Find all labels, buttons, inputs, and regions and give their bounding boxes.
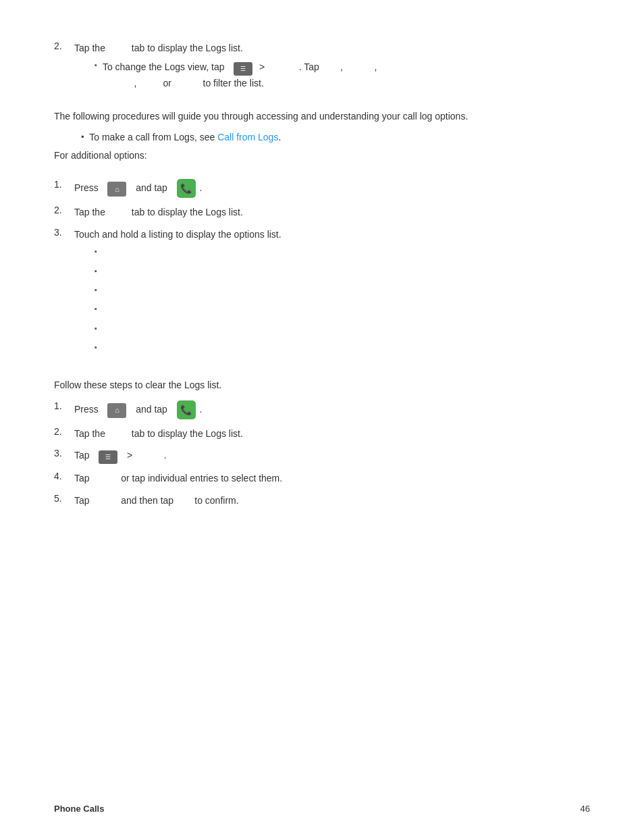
additional-options-list: 1. Press ⌂ and tap 📞 . 2. Tap the	[54, 179, 590, 361]
step-2-top: 2. Tap the tab to display the Logs list.…	[54, 41, 590, 95]
sub-item-6	[95, 342, 590, 357]
step-num-1: 1.	[54, 179, 74, 190]
period-1: .	[199, 182, 202, 193]
step5-mid: and then tap	[121, 495, 173, 506]
step-num-2: 2.	[54, 205, 74, 215]
footer-title: Phone Calls	[54, 804, 104, 814]
clear-logs-list: 1. Press ⌂ and tap 📞 . 2. Tap the	[54, 400, 590, 508]
sub-text-1: To change the Logs view, tap	[103, 61, 225, 72]
phone-icon-1: 📞	[177, 179, 196, 198]
period-2: .	[199, 404, 202, 415]
filter-text: to filter the list.	[203, 78, 264, 88]
options-sub-list	[74, 246, 590, 357]
clear-step-2: 2. Tap the tab to display the Logs list.	[54, 426, 590, 441]
step-3-text: Touch and hold a listing to display the …	[74, 229, 281, 240]
clear-step-4-content: Tap or tap individual entries to select …	[74, 471, 590, 486]
clear-step-num-3: 3.	[54, 448, 74, 459]
clear-step-num-5: 5.	[54, 493, 74, 504]
clear-step-3-content: Tap ☰ > .	[74, 448, 590, 464]
sub-bullet-item: To change the Logs view, tap ☰ > . Tap ,	[95, 59, 590, 90]
footer: Phone Calls 46	[54, 804, 590, 814]
arrow-text-3: >	[127, 450, 132, 461]
comma3: ,	[134, 78, 137, 88]
additional-options-section: 1. Press ⌂ and tap 📞 . 2. Tap the	[54, 179, 590, 361]
tap-the-text: Tap the	[74, 43, 105, 53]
step4-mid: or tap individual entries to select them…	[121, 473, 282, 484]
press-text-2: Press	[74, 404, 99, 415]
step-2-content: Tap the tab to display the Logs list.	[74, 205, 590, 219]
menu-icon-bottom: ☰	[99, 448, 117, 464]
call-from-logs-link[interactable]: Call from Logs	[217, 132, 278, 142]
tab-text: tab to display the Logs list.	[132, 43, 243, 53]
sub-item-3	[95, 284, 590, 299]
sub-item-2	[95, 265, 590, 280]
tab-text-2: tab to display the Logs list.	[132, 207, 243, 217]
sub-item-text-4	[103, 303, 105, 318]
sub-item-text-1	[103, 246, 105, 261]
clear-step-4: 4. Tap or tap individual entries to sele…	[54, 471, 590, 486]
step3-post: .	[164, 450, 167, 461]
clear-step-num-1: 1.	[54, 400, 74, 411]
step5-post: to confirm.	[194, 495, 238, 506]
comma2: ,	[375, 61, 377, 72]
additional-step-2: 2. Tap the tab to display the Logs list.	[54, 205, 590, 219]
sub-item-1	[95, 246, 590, 261]
clear-step-num-4: 4.	[54, 471, 74, 481]
additional-step-1: 1. Press ⌂ and tap 📞 .	[54, 179, 590, 198]
or-text: or	[163, 78, 171, 88]
tab-text-3: tab to display the Logs list.	[132, 428, 243, 439]
clear-step-5: 5. Tap and then tap to confirm.	[54, 493, 590, 508]
bullet-post-text: .	[278, 132, 281, 142]
step-3-content: Touch and hold a listing to display the …	[74, 227, 590, 361]
sub-bullet-list: To change the Logs view, tap ☰ > . Tap ,	[74, 59, 590, 90]
sub-item-5	[95, 323, 590, 338]
step-content: Tap the tab to display the Logs list. To…	[74, 41, 590, 95]
clear-step-5-content: Tap and then tap to confirm.	[74, 493, 590, 508]
bullet-list: To make a call from Logs, see Call from …	[54, 132, 590, 142]
section-step2-top: 2. Tap the tab to display the Logs list.…	[54, 41, 590, 95]
bullet-item-1: To make a call from Logs, see Call from …	[81, 132, 590, 142]
tap-the-2: Tap the	[74, 207, 105, 217]
para2: For additional options:	[54, 148, 590, 163]
clear-step-num-2: 2.	[54, 426, 74, 437]
clear-logs-intro: Follow these steps to clear the Logs lis…	[54, 377, 590, 392]
clear-step-1-content: Press ⌂ and tap 📞 .	[74, 400, 590, 419]
clear-step-2-content: Tap the tab to display the Logs list.	[74, 426, 590, 441]
steps-list-top: 2. Tap the tab to display the Logs list.…	[54, 41, 590, 95]
sub-bullet-text: To change the Logs view, tap ☰ > . Tap ,	[103, 59, 377, 90]
tap-text-5: Tap	[74, 495, 90, 506]
tap-text-3: Tap	[74, 450, 90, 461]
sub-item-text-2	[103, 265, 105, 280]
andtap-text-2: and tap	[136, 404, 167, 415]
step-num-3: 3.	[54, 227, 74, 238]
tap-text-inline: . Tap	[299, 61, 319, 72]
home-icon-1: ⌂	[107, 181, 126, 197]
step-number: 2.	[54, 41, 74, 51]
phone-icon-2: 📞	[177, 400, 196, 419]
para1: The following procedures will guide you …	[54, 109, 590, 124]
bullet-pre-text: To make a call from Logs, see	[89, 132, 217, 142]
clear-step-1: 1. Press ⌂ and tap 📞 .	[54, 400, 590, 419]
clear-step-3: 3. Tap ☰ > .	[54, 448, 590, 464]
sub-item-text-6	[103, 342, 105, 357]
bullet-text: To make a call from Logs, see Call from …	[89, 132, 281, 142]
home-icon-2: ⌂	[107, 402, 126, 418]
press-text-1: Press	[74, 182, 99, 193]
footer-page: 46	[581, 804, 590, 814]
additional-step-3: 3. Touch and hold a listing to display t…	[54, 227, 590, 361]
arrow-text: >	[259, 61, 265, 72]
tap-text-4: Tap	[74, 473, 90, 484]
paragraph-section: The following procedures will guide you …	[54, 109, 590, 163]
andtap-text-1: and tap	[136, 182, 167, 193]
sub-item-text-5	[103, 323, 105, 338]
clear-logs-section: Follow these steps to clear the Logs lis…	[54, 377, 590, 508]
sub-item-4	[95, 303, 590, 318]
step-1-content: Press ⌂ and tap 📞 .	[74, 179, 590, 198]
tap-the-3: Tap the	[74, 428, 105, 439]
sub-item-text-3	[103, 284, 105, 299]
menu-icon-top: ☰	[234, 60, 252, 76]
comma1: ,	[340, 61, 343, 72]
